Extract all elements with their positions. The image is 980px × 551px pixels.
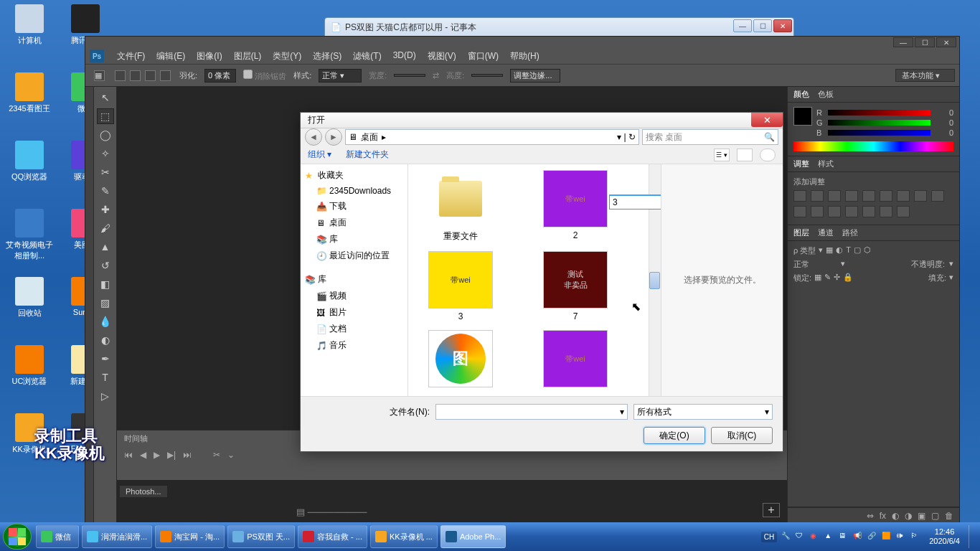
r-slider[interactable] — [828, 110, 930, 116]
adj-icon[interactable] — [931, 190, 944, 202]
menu-item[interactable]: 文件(F) — [111, 49, 151, 64]
crop-tool-icon[interactable]: ✂ — [97, 164, 114, 180]
fg-color-swatch[interactable] — [793, 107, 812, 126]
tl-prev-icon[interactable]: ◀ — [140, 450, 146, 460]
b-slider[interactable] — [828, 130, 930, 136]
sidebar-item[interactable]: 📥下载 — [303, 198, 405, 215]
healing-tool-icon[interactable]: ✚ — [97, 202, 114, 217]
tab-channels[interactable]: 通道 — [818, 227, 834, 238]
tab-paths[interactable]: 路径 — [842, 227, 858, 238]
cancel-button[interactable]: 取消(C) — [711, 427, 773, 444]
ps-max-button[interactable]: ☐ — [915, 37, 935, 47]
tray-icon[interactable]: 🔧 — [781, 532, 791, 542]
color-spectrum[interactable] — [793, 141, 953, 151]
sidebar-item[interactable]: 🖼图片 — [303, 304, 405, 321]
tray-icon[interactable]: 🏳 — [910, 532, 920, 542]
brush-tool-icon[interactable]: 🖌 — [97, 220, 114, 236]
adj-icon[interactable] — [880, 206, 892, 217]
file-item[interactable]: 图 — [414, 330, 507, 390]
selmode-add-icon[interactable] — [130, 70, 141, 81]
tab-layers[interactable]: 图层 — [793, 227, 809, 238]
sidebar-favorites[interactable]: ★收藏夹 — [303, 167, 405, 184]
tray-icon[interactable]: 🟧 — [882, 532, 892, 542]
adj-icon[interactable] — [811, 206, 824, 217]
menu-item[interactable]: 视图(V) — [422, 49, 462, 64]
menu-item[interactable]: 图层(L) — [228, 49, 268, 64]
desktop-icon[interactable]: QQ浏览器 — [4, 141, 55, 194]
taskbar-item[interactable]: PS双图 天... — [227, 525, 295, 548]
marquee-rect-icon[interactable]: ▦ — [94, 70, 105, 81]
nav-fwd-button[interactable]: ► — [325, 128, 342, 146]
wand-tool-icon[interactable]: ✧ — [97, 146, 114, 161]
preview-pane-button[interactable] — [737, 149, 753, 161]
adj-icon[interactable] — [811, 190, 824, 202]
file-list[interactable]: 重要文件带wei2带wei3测试 非卖品7图带wei — [408, 164, 661, 396]
menu-item[interactable]: 3D(D) — [387, 49, 422, 64]
file-item[interactable]: 重要文件 — [414, 170, 507, 242]
notepad-window[interactable]: 📄PS双图 天猫C店都可以用 - 记事本 — ☐ ✕ — [324, 17, 794, 37]
workspace-select[interactable]: 基本功能 ▾ — [895, 69, 955, 82]
mask-icon[interactable]: ◐ — [892, 511, 899, 521]
group-icon[interactable]: ▣ — [918, 511, 925, 521]
desktop-icon[interactable]: UC浏览器 — [4, 345, 55, 399]
eyedropper-tool-icon[interactable]: ✎ — [97, 183, 114, 199]
type-tool-icon[interactable]: T — [97, 369, 114, 385]
menu-item[interactable]: 选择(S) — [307, 49, 347, 64]
sidebar-item[interactable]: 🖥桌面 — [303, 215, 405, 231]
nav-back-button[interactable]: ◄ — [305, 128, 322, 146]
link-icon[interactable]: ⇔ — [867, 511, 874, 521]
desktop-icon[interactable]: 艾奇视频电子相册制... — [4, 209, 55, 263]
fx-icon[interactable]: fx — [880, 511, 886, 521]
desktop-icon[interactable]: 回收站 — [4, 277, 55, 331]
adj-icon[interactable] — [845, 206, 858, 217]
adj-icon[interactable] — [897, 206, 910, 217]
notepad-close-button[interactable]: ✕ — [773, 19, 792, 32]
search-input[interactable]: 搜索 桌面 🔍 — [642, 129, 778, 145]
show-desktop-button[interactable] — [969, 525, 974, 548]
file-item[interactable]: 带wei2 — [529, 170, 622, 242]
adj-icon[interactable] — [828, 190, 841, 202]
selmode-int-icon[interactable] — [160, 70, 171, 81]
taskbar-item[interactable]: KK录像机 ... — [370, 525, 438, 548]
tab-styles[interactable]: 样式 — [818, 159, 834, 169]
adj-icon[interactable] — [793, 206, 806, 217]
trash-icon[interactable]: 🗑 — [945, 511, 953, 521]
ps-min-button[interactable]: — — [893, 37, 913, 47]
format-select[interactable]: 所有格式▾ — [633, 404, 773, 420]
menu-item[interactable]: 编辑(E) — [151, 49, 191, 64]
blur-tool-icon[interactable]: 💧 — [97, 314, 114, 329]
adj-icon[interactable] — [862, 190, 875, 202]
ps-close-button[interactable]: ✕ — [936, 37, 956, 47]
desktop-icon[interactable]: KK录像机 — [4, 413, 55, 467]
desktop-icon[interactable]: 计算机 — [4, 4, 55, 58]
tray-icon[interactable]: 🖥 — [839, 532, 849, 542]
path-select-icon[interactable]: ▷ — [97, 388, 114, 404]
tray-icon[interactable]: 🔗 — [867, 532, 877, 542]
dodge-tool-icon[interactable]: ◐ — [97, 332, 114, 348]
adj-icon[interactable] — [914, 190, 927, 202]
file-item[interactable]: 测试 非卖品7 — [529, 251, 622, 321]
selmode-new-icon[interactable] — [115, 70, 126, 81]
taskbar-item[interactable]: 润滑油润滑... — [82, 525, 152, 548]
help-button[interactable]: ? — [760, 149, 776, 161]
history-brush-icon[interactable]: ↺ — [97, 258, 114, 273]
g-slider[interactable] — [828, 120, 930, 126]
adj-icon[interactable] — [793, 190, 806, 202]
adj-icon[interactable] — [880, 190, 892, 202]
lasso-tool-icon[interactable]: ◯ — [97, 127, 114, 143]
pen-tool-icon[interactable]: ✒ — [97, 351, 114, 367]
tl-play-icon[interactable]: ▶ — [154, 450, 160, 460]
taskbar-item[interactable]: 淘宝网 - 淘... — [155, 525, 225, 548]
tab-swatches[interactable]: 色板 — [818, 89, 834, 100]
gradient-tool-icon[interactable]: ▨ — [97, 295, 114, 311]
tl-last-icon[interactable]: ⏭ — [183, 450, 192, 460]
filename-input[interactable]: ▾ — [435, 404, 628, 420]
dialog-close-button[interactable]: ✕ — [751, 113, 783, 127]
feather-field[interactable]: 0 像素 — [204, 69, 236, 83]
tab-color[interactable]: 颜色 — [793, 89, 809, 100]
taskbar-item[interactable]: Adobe Ph... — [440, 525, 507, 548]
sidebar-item[interactable]: 📚库 — [303, 231, 405, 248]
adj-icon[interactable] — [845, 190, 858, 202]
sidebar-libraries[interactable]: 📚库 — [303, 271, 405, 288]
sidebar-item[interactable]: 📁2345Downloads — [303, 184, 405, 198]
